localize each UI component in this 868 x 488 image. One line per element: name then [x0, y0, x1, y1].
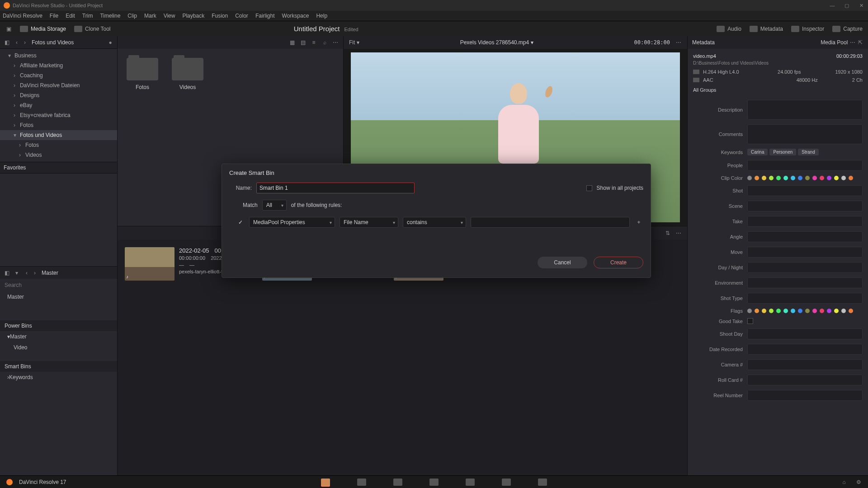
menu-edit[interactable]: Edit — [66, 13, 75, 19]
tree-fotos[interactable]: ›Fotos — [0, 120, 117, 130]
color-swatch[interactable] — [841, 176, 846, 180]
color-swatch[interactable] — [791, 309, 795, 313]
color-swatch[interactable] — [762, 176, 766, 180]
keyword-tag[interactable]: Strand — [798, 149, 818, 155]
show-all-checkbox[interactable] — [586, 185, 592, 191]
folder-fotos[interactable]: Fotos — [127, 58, 158, 90]
view-grid-icon[interactable]: ▤ — [300, 39, 306, 46]
pool-menu-icon[interactable]: ⋯ — [675, 230, 682, 236]
scene-input[interactable] — [747, 201, 863, 211]
nav-fairlight-icon[interactable] — [502, 479, 511, 486]
folder-videos[interactable]: Videos — [172, 58, 203, 90]
maximize-icon[interactable]: ▢ — [844, 2, 850, 9]
tree-fotos[interactable]: ›Fotos — [0, 140, 117, 150]
bin-master[interactable]: Master — [0, 291, 117, 302]
color-swatch[interactable] — [798, 309, 802, 313]
color-swatch[interactable] — [841, 309, 846, 313]
menu-help[interactable]: Help — [316, 13, 327, 19]
people-input[interactable] — [747, 160, 863, 171]
nav-deliver-icon[interactable] — [538, 479, 547, 486]
color-swatch[interactable] — [755, 309, 759, 313]
back-icon[interactable]: ‹ — [14, 39, 20, 46]
reel-number-input[interactable] — [747, 390, 863, 401]
smart-bin-name-input[interactable] — [256, 183, 415, 193]
color-swatch[interactable] — [783, 176, 788, 180]
search-icon[interactable]: ⌕ — [321, 39, 328, 46]
color-swatch[interactable] — [820, 176, 824, 180]
color-swatch[interactable] — [849, 176, 853, 180]
smartbin-keywords[interactable]: › Keywords — [0, 372, 117, 383]
tree-etsy-creative-fabrica[interactable]: ›Etsy+creative fabrica — [0, 110, 117, 120]
rule-value-input[interactable] — [471, 217, 630, 228]
day-night-input[interactable] — [747, 262, 863, 273]
menu-trim[interactable]: Trim — [82, 13, 93, 19]
pool-toggle-icon[interactable]: ◧ — [4, 270, 10, 276]
menu-file[interactable]: File — [50, 13, 58, 19]
menu-fusion[interactable]: Fusion — [212, 13, 228, 19]
settings-icon[interactable]: ⚙ — [855, 479, 862, 485]
audio-button[interactable]: Audio — [717, 26, 741, 32]
shoot-day-input[interactable] — [747, 328, 863, 339]
match-select[interactable]: All — [262, 200, 287, 211]
zoom-fit[interactable]: Fit ▾ — [349, 39, 359, 46]
color-swatch[interactable] — [849, 309, 853, 313]
clone-tool-button[interactable]: Clone Tool — [74, 26, 110, 32]
create-button[interactable]: Create — [594, 257, 643, 268]
take-input[interactable] — [747, 216, 863, 227]
tree-davinci-resolve-dateien[interactable]: ›DaVinci Resolve Dateien — [0, 80, 117, 90]
color-swatch[interactable] — [805, 309, 810, 313]
pool-search-input[interactable] — [5, 282, 113, 288]
media-storage-button[interactable]: Media Storage — [20, 26, 66, 32]
tree-designs[interactable]: ›Designs — [0, 90, 117, 100]
browser-menu-icon[interactable]: ⋯ — [332, 39, 339, 46]
menu-playback[interactable]: Playback — [182, 13, 204, 19]
menu-color[interactable]: Color — [235, 13, 248, 19]
viewer-menu-icon[interactable]: ⋯ — [675, 39, 682, 46]
nav-color-icon[interactable] — [466, 479, 475, 486]
move-input[interactable] — [747, 247, 863, 258]
minimize-icon[interactable]: ― — [829, 2, 835, 9]
cancel-button[interactable]: Cancel — [538, 257, 587, 268]
rule-operator-select[interactable]: contains — [403, 217, 466, 228]
shot-type-input[interactable] — [747, 293, 863, 304]
color-swatch[interactable] — [798, 176, 802, 180]
power-bins-header[interactable]: Power Bins — [0, 320, 117, 331]
favorites-header[interactable]: Favorites — [0, 162, 117, 174]
color-swatch[interactable] — [827, 309, 831, 313]
layout-icon[interactable]: ▣ — [5, 26, 12, 32]
color-swatch[interactable] — [755, 176, 759, 180]
panel-toggle-icon[interactable]: ◧ — [4, 39, 10, 46]
powerbin-master[interactable]: ▾ Master — [0, 331, 117, 342]
tree-coaching[interactable]: ›Coaching — [0, 70, 117, 80]
capture-button[interactable]: Capture — [832, 26, 863, 32]
menu-clip[interactable]: Clip — [127, 13, 137, 19]
tree-ebay[interactable]: ›eBay — [0, 100, 117, 110]
color-swatch[interactable] — [812, 309, 817, 313]
keyword-tag[interactable]: Carina — [747, 149, 768, 155]
meta-groups[interactable]: All Groups — [693, 87, 863, 93]
color-swatch[interactable] — [762, 309, 766, 313]
color-swatch[interactable] — [805, 176, 810, 180]
color-swatch[interactable] — [834, 176, 839, 180]
add-rule-button[interactable]: + — [634, 219, 643, 225]
color-swatch[interactable] — [820, 309, 824, 313]
camera--input[interactable] — [747, 359, 863, 370]
tree-fotos-und-videos[interactable]: ▾Fotos und Videos — [0, 130, 117, 140]
forward-icon[interactable]: › — [22, 39, 28, 46]
nav-edit-icon[interactable] — [393, 479, 402, 486]
menu-workspace[interactable]: Workspace — [282, 13, 309, 19]
powerbin-video[interactable]: Video — [0, 342, 117, 353]
meta-menu-icon[interactable]: ⋯ — [849, 39, 856, 46]
tree-business[interactable]: ▾Business — [0, 51, 117, 61]
color-swatch[interactable] — [834, 309, 839, 313]
color-swatch[interactable] — [769, 176, 774, 180]
nav-media-icon[interactable] — [321, 479, 330, 486]
sort-icon[interactable]: ⇅ — [665, 230, 671, 236]
menu-mark[interactable]: Mark — [144, 13, 156, 19]
nav-cut-icon[interactable] — [357, 479, 366, 486]
color-swatch[interactable] — [769, 309, 774, 313]
tree-videos[interactable]: ›Videos — [0, 150, 117, 160]
rule-property-select[interactable]: File Name — [340, 217, 398, 228]
view-thumb-icon[interactable]: ▦ — [289, 39, 295, 46]
metadata-context[interactable]: Media Pool — [821, 39, 848, 46]
